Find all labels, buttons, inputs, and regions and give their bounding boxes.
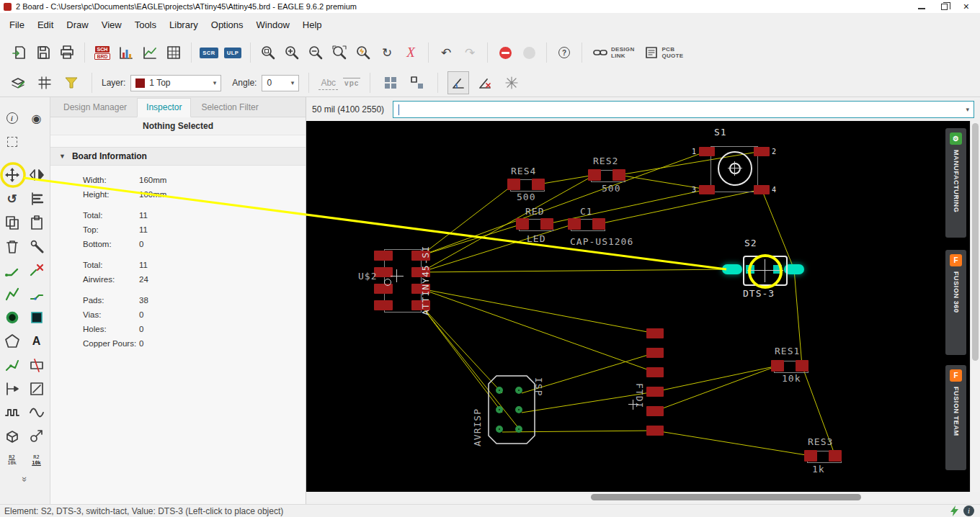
expand-tools-icon[interactable]: » — [1, 473, 50, 484]
power-bolt-icon[interactable] — [950, 505, 958, 516]
s1-button-center[interactable] — [729, 163, 741, 174]
res2-name-label[interactable]: RES2 — [593, 156, 618, 166]
script-x-icon[interactable]: X — [400, 41, 422, 64]
minimize-button[interactable] — [918, 4, 925, 9]
meander-icon[interactable] — [1, 402, 24, 423]
u2-pad[interactable] — [374, 251, 393, 261]
rotate-icon[interactable]: ↺ — [1, 188, 24, 210]
tab-selection-filter[interactable]: Selection Filter — [192, 99, 267, 117]
menu-options[interactable]: Options — [205, 15, 250, 35]
command-history-icon[interactable]: ▾ — [961, 106, 974, 113]
close-button[interactable]: × — [963, 3, 969, 10]
slice-icon[interactable] — [25, 354, 48, 376]
ftdi-pad[interactable] — [646, 367, 664, 377]
zoom-out-icon[interactable] — [305, 41, 326, 64]
array-grid-icon[interactable] — [380, 71, 401, 94]
u2-pad[interactable] — [374, 300, 393, 310]
vertical-scrollbar-thumb[interactable] — [972, 123, 979, 361]
isp-pad[interactable] — [496, 426, 503, 433]
angle-select[interactable]: 0 ▾ — [262, 75, 299, 91]
smd-pad-icon[interactable] — [25, 307, 48, 328]
command-input[interactable] — [393, 102, 961, 117]
c1-value-label[interactable]: CAP-US1206 — [570, 236, 633, 247]
show-name-icon[interactable]: R210k — [1, 449, 24, 471]
tab-fusion-team[interactable]: F FUSION TEAM — [945, 365, 966, 470]
tab-manufacturing[interactable]: ⚙ MANUFACTURING — [945, 128, 966, 238]
isp-pad[interactable] — [515, 387, 522, 394]
board-3d-icon[interactable] — [1, 426, 24, 447]
zoom-fit-icon[interactable] — [257, 41, 279, 64]
res4-value-label[interactable]: 500 — [517, 192, 535, 202]
res1-pad[interactable] — [796, 360, 808, 372]
isp-pad[interactable] — [496, 387, 503, 394]
res4-pad[interactable] — [507, 179, 520, 190]
horizontal-scrollbar[interactable] — [306, 493, 970, 502]
optimize-junction-icon[interactable] — [501, 71, 522, 94]
led-pad[interactable] — [540, 218, 553, 230]
isp-pad[interactable] — [515, 426, 522, 433]
isp-header-outline[interactable] — [487, 375, 536, 444]
copy-icon[interactable] — [1, 212, 24, 233]
isp-value-label[interactable]: ISP — [533, 377, 544, 409]
stop-icon[interactable] — [494, 41, 516, 64]
help-icon[interactable]: ? — [553, 41, 575, 64]
undo-icon[interactable]: ↶ — [435, 41, 457, 64]
u2-value-label[interactable]: ATTINY45-SI — [420, 210, 431, 315]
measure-angle-icon[interactable] — [447, 71, 469, 94]
show-value-icon[interactable]: R210k — [25, 449, 48, 471]
zoom-in-icon[interactable] — [281, 41, 303, 64]
layer-settings-icon[interactable] — [7, 71, 29, 94]
menu-draw[interactable]: Draw — [60, 15, 94, 35]
isp-pad[interactable] — [496, 406, 503, 413]
run-ulp-icon[interactable]: ULP — [222, 41, 244, 64]
route-miter-icon[interactable] — [25, 283, 48, 305]
text-icon[interactable]: A — [25, 331, 48, 352]
split-icon[interactable] — [1, 354, 24, 376]
s1-pad-1[interactable] — [699, 147, 715, 156]
text-size-button[interactable]: Abc — [318, 76, 338, 90]
c1-pad[interactable] — [568, 218, 581, 230]
design-link-button[interactable]: DESIGNLINK — [589, 46, 638, 59]
u2-pad[interactable] — [374, 284, 393, 294]
s2-value-label[interactable]: DTS-3 — [743, 288, 775, 299]
s2-name-label[interactable]: S2 — [744, 238, 757, 248]
menu-help[interactable]: Help — [296, 15, 329, 35]
menu-library[interactable]: Library — [163, 15, 205, 35]
zoom-select-icon[interactable] — [329, 41, 350, 64]
delete-angle-icon[interactable] — [474, 71, 496, 94]
refresh-icon[interactable]: ↻ — [376, 41, 398, 64]
menu-file[interactable]: File — [3, 15, 31, 35]
align-icon[interactable] — [25, 188, 48, 210]
tab-inspector[interactable]: Inspector — [137, 98, 191, 117]
res1-name-label[interactable]: RES1 — [775, 346, 800, 356]
vertical-scrollbar[interactable] — [970, 121, 980, 492]
print-icon[interactable] — [56, 41, 78, 64]
delete-icon[interactable] — [1, 235, 24, 257]
res3-value-label[interactable]: 1k — [812, 464, 825, 475]
menu-edit[interactable]: Edit — [31, 15, 60, 35]
led-pad[interactable] — [516, 218, 529, 230]
board-canvas[interactable]: 1 2 3 4 S1 RES4 500 RES2 500 RED LED C1 — [306, 121, 970, 492]
mirror-icon[interactable] — [25, 164, 48, 186]
menu-view[interactable]: View — [95, 15, 128, 35]
ftdi-pad[interactable] — [646, 348, 664, 358]
ftdi-pad[interactable] — [646, 387, 664, 397]
group-select-icon[interactable] — [1, 131, 24, 153]
cam-jobs-icon[interactable] — [139, 41, 161, 64]
s2-pad-highlighted[interactable] — [722, 264, 742, 274]
c1-name-label[interactable]: C1 — [580, 206, 593, 217]
probe-icon[interactable] — [25, 426, 48, 447]
board-information-header[interactable]: ▼ Board Information — [50, 147, 306, 166]
led-value-label[interactable]: LED — [527, 233, 545, 244]
tab-fusion-360[interactable]: F FUSION 360 — [945, 250, 966, 355]
s1-pad-4[interactable] — [754, 185, 770, 194]
u2-name-label[interactable]: U$2 — [358, 271, 377, 282]
drill-aid-icon[interactable] — [163, 41, 184, 64]
res2-value-label[interactable]: 500 — [602, 183, 620, 194]
res3-pad[interactable] — [829, 450, 842, 462]
res2-pad[interactable] — [612, 169, 625, 181]
res3-pad[interactable] — [804, 450, 817, 462]
s1-pad-2[interactable] — [754, 147, 770, 156]
run-script-icon[interactable]: SCR — [198, 41, 220, 64]
show-icon[interactable]: ◉ — [25, 107, 48, 129]
